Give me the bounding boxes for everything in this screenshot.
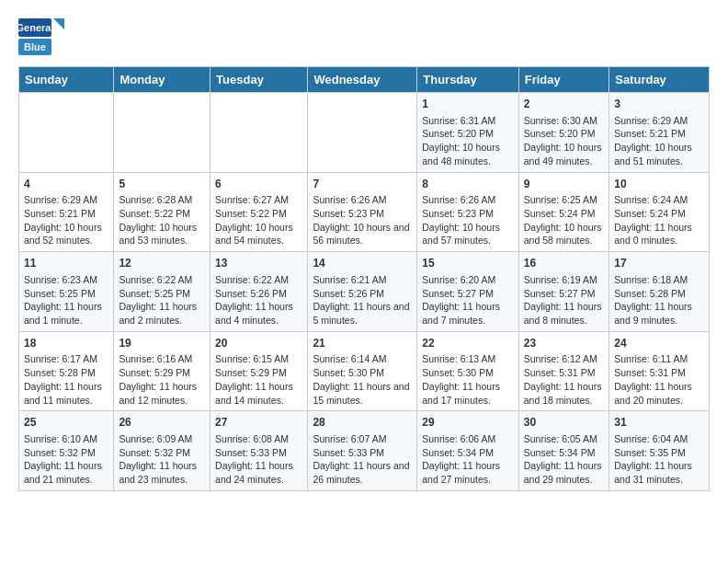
day-info: Sunrise: 6:22 AM — [215, 273, 302, 287]
calendar-week-4: 18Sunrise: 6:17 AMSunset: 5:28 PMDayligh… — [19, 331, 710, 411]
day-info: Sunset: 5:22 PM — [119, 207, 205, 221]
header-friday: Friday — [518, 67, 609, 93]
day-info: Daylight: 11 hours and 27 minutes. — [422, 459, 514, 486]
day-number: 3 — [614, 97, 704, 112]
day-info: Daylight: 11 hours and 15 minutes. — [313, 380, 412, 407]
day-number: 28 — [313, 415, 412, 431]
day-info: Daylight: 11 hours and 20 minutes. — [614, 380, 704, 407]
day-number: 25 — [24, 415, 108, 431]
header-wednesday: Wednesday — [308, 67, 417, 93]
day-number: 15 — [422, 256, 514, 271]
calendar-cell: 2Sunrise: 6:30 AMSunset: 5:20 PMDaylight… — [518, 93, 609, 173]
day-info: Sunrise: 6:19 AM — [524, 273, 604, 287]
day-info: Sunrise: 6:09 AM — [119, 432, 205, 446]
day-info: Daylight: 11 hours and 5 minutes. — [313, 300, 412, 327]
day-info: Sunset: 5:32 PM — [119, 446, 205, 460]
calendar-cell: 27Sunrise: 6:08 AMSunset: 5:33 PMDayligh… — [210, 411, 308, 491]
header-sunday: Sunday — [19, 67, 114, 93]
day-info: Sunrise: 6:14 AM — [313, 352, 412, 366]
day-info: Sunrise: 6:11 AM — [614, 352, 704, 366]
calendar-cell: 22Sunrise: 6:13 AMSunset: 5:30 PMDayligh… — [417, 331, 519, 411]
day-info: Daylight: 11 hours and 8 minutes. — [524, 300, 604, 327]
day-info: Sunset: 5:32 PM — [24, 446, 108, 460]
day-info: Sunset: 5:29 PM — [215, 366, 302, 380]
calendar-cell — [210, 93, 308, 173]
day-info: Daylight: 10 hours and 57 minutes. — [422, 221, 514, 247]
day-info: Sunset: 5:31 PM — [524, 366, 604, 380]
header-saturday: Saturday — [609, 67, 710, 93]
day-number: 9 — [524, 177, 604, 192]
day-info: Sunset: 5:33 PM — [313, 446, 412, 460]
day-info: Sunset: 5:21 PM — [614, 127, 704, 141]
day-number: 13 — [215, 256, 302, 271]
day-number: 19 — [119, 336, 205, 351]
day-info: Sunrise: 6:10 AM — [24, 432, 108, 446]
header: General Blue — [18, 18, 710, 57]
day-info: Sunset: 5:28 PM — [614, 287, 704, 301]
day-info: Sunset: 5:21 PM — [24, 207, 108, 221]
day-info: Daylight: 10 hours and 49 minutes. — [524, 141, 604, 167]
logo: General Blue — [18, 18, 64, 57]
day-number: 20 — [215, 336, 302, 351]
day-info: Sunset: 5:33 PM — [215, 446, 302, 460]
day-number: 7 — [313, 177, 412, 192]
calendar-cell: 15Sunrise: 6:20 AMSunset: 5:27 PMDayligh… — [417, 252, 519, 332]
day-number: 1 — [422, 97, 514, 112]
day-info: Sunrise: 6:28 AM — [119, 193, 205, 207]
day-info: Daylight: 11 hours and 18 minutes. — [524, 380, 604, 407]
header-tuesday: Tuesday — [210, 67, 308, 93]
header-monday: Monday — [114, 67, 210, 93]
svg-text:General: General — [18, 22, 53, 33]
calendar-cell: 17Sunrise: 6:18 AMSunset: 5:28 PMDayligh… — [609, 252, 710, 332]
header-thursday: Thursday — [417, 67, 519, 93]
day-info: Daylight: 11 hours and 31 minutes. — [614, 459, 704, 486]
day-info: Sunset: 5:31 PM — [614, 366, 704, 380]
day-info: Sunrise: 6:21 AM — [313, 273, 412, 287]
calendar-cell: 5Sunrise: 6:28 AMSunset: 5:22 PMDaylight… — [114, 172, 210, 252]
day-number: 16 — [524, 256, 604, 271]
day-info: Sunset: 5:34 PM — [422, 446, 514, 460]
day-info: Sunset: 5:25 PM — [119, 287, 205, 301]
day-info: Daylight: 11 hours and 7 minutes. — [422, 300, 514, 327]
day-number: 24 — [614, 336, 704, 351]
day-info: Sunrise: 6:16 AM — [119, 352, 205, 366]
calendar-cell: 11Sunrise: 6:23 AMSunset: 5:25 PMDayligh… — [19, 252, 114, 332]
day-info: Daylight: 11 hours and 1 minute. — [24, 300, 108, 327]
day-info: Sunrise: 6:26 AM — [313, 193, 412, 207]
day-info: Daylight: 10 hours and 52 minutes. — [24, 221, 108, 247]
day-info: Daylight: 11 hours and 12 minutes. — [119, 380, 205, 407]
calendar-cell: 7Sunrise: 6:26 AMSunset: 5:23 PMDaylight… — [308, 172, 417, 252]
day-info: Daylight: 10 hours and 48 minutes. — [422, 141, 514, 167]
calendar-cell: 29Sunrise: 6:06 AMSunset: 5:34 PMDayligh… — [417, 411, 519, 491]
calendar-cell: 30Sunrise: 6:05 AMSunset: 5:34 PMDayligh… — [518, 411, 609, 491]
day-number: 6 — [215, 177, 302, 192]
day-number: 31 — [614, 415, 704, 431]
day-info: Daylight: 10 hours and 54 minutes. — [215, 221, 302, 247]
calendar-week-2: 4Sunrise: 6:29 AMSunset: 5:21 PMDaylight… — [19, 172, 710, 252]
calendar-header-row: SundayMondayTuesdayWednesdayThursdayFrid… — [19, 67, 710, 93]
day-info: Daylight: 11 hours and 17 minutes. — [422, 380, 514, 407]
day-info: Sunrise: 6:23 AM — [24, 273, 108, 287]
calendar-cell: 13Sunrise: 6:22 AMSunset: 5:26 PMDayligh… — [210, 252, 308, 332]
day-info: Sunset: 5:20 PM — [422, 127, 514, 141]
calendar-cell — [114, 93, 210, 173]
day-number: 23 — [524, 336, 604, 351]
day-info: Daylight: 11 hours and 4 minutes. — [215, 300, 302, 327]
day-info: Sunset: 5:20 PM — [524, 127, 604, 141]
day-info: Sunrise: 6:17 AM — [24, 352, 108, 366]
day-info: Daylight: 11 hours and 11 minutes. — [24, 380, 108, 407]
day-info: Sunset: 5:23 PM — [313, 207, 412, 221]
calendar-cell: 18Sunrise: 6:17 AMSunset: 5:28 PMDayligh… — [19, 331, 114, 411]
day-info: Sunrise: 6:18 AM — [614, 273, 704, 287]
day-info: Sunrise: 6:05 AM — [524, 432, 604, 446]
day-number: 2 — [524, 97, 604, 112]
day-info: Sunset: 5:26 PM — [313, 287, 412, 301]
day-info: Daylight: 10 hours and 53 minutes. — [119, 221, 205, 247]
day-info: Sunrise: 6:06 AM — [422, 432, 514, 446]
calendar-cell: 26Sunrise: 6:09 AMSunset: 5:32 PMDayligh… — [114, 411, 210, 491]
day-number: 17 — [614, 256, 704, 271]
day-info: Sunrise: 6:13 AM — [422, 352, 514, 366]
day-number: 18 — [24, 336, 108, 351]
calendar-cell — [308, 93, 417, 173]
calendar-cell: 12Sunrise: 6:22 AMSunset: 5:25 PMDayligh… — [114, 252, 210, 332]
